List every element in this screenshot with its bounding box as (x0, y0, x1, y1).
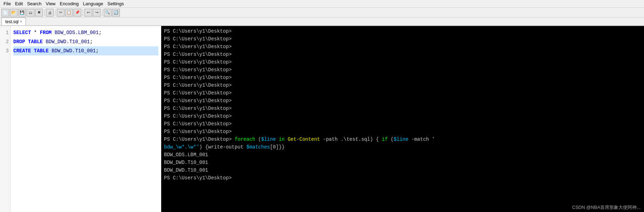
menu-view[interactable]: View (44, 1, 58, 6)
toolbar-replace-btn[interactable]: 🔄 (112, 9, 120, 16)
ps-line-1: PS C:\Users\y1\Desktop> (164, 27, 641, 35)
ps-line-3: PS C:\Users\y1\Desktop> (164, 43, 641, 51)
menu-bar: File Edit Search View Encoding Language … (0, 0, 644, 8)
ps-line-4: PS C:\Users\y1\Desktop> (164, 51, 641, 58)
tab-bar: test.sql × (0, 18, 644, 26)
ps-line-7: PS C:\Users\y1\Desktop> (164, 74, 641, 81)
toolbar-close-btn[interactable]: ✖ (35, 9, 43, 16)
ps-line-14: PS C:\Users\y1\Desktop> (164, 128, 641, 135)
code-line-1: SELECT * FROM BDW_ODS.LBM_001; (13, 28, 158, 37)
toolbar-find-btn[interactable]: 🔍 (104, 9, 111, 16)
toolbar-redo-btn[interactable]: ↪ (93, 9, 101, 16)
ps-line-5: PS C:\Users\y1\Desktop> (164, 58, 641, 66)
toolbar-paste-btn[interactable]: 📌 (74, 9, 81, 16)
main-content: 1 2 3 SELECT * FROM BDW_ODS.LBM_001; DRO… (0, 26, 644, 212)
ps-command-line: PS C:\Users\y1\Desktop> foreach ($line i… (164, 135, 641, 143)
ps-line-9: PS C:\Users\y1\Desktop> (164, 89, 641, 97)
ps-line-12: PS C:\Users\y1\Desktop> (164, 112, 641, 120)
toolbar: 📄 📂 💾 🗂 ✖ 🖨 ✂ 📋 📌 ↩ ↪ 🔍 🔄 (0, 8, 644, 18)
toolbar-sep3 (83, 9, 83, 16)
ps-line-13: PS C:\Users\y1\Desktop> (164, 120, 641, 128)
ps-line-2: PS C:\Users\y1\Desktop> (164, 35, 641, 43)
menu-language[interactable]: Language (81, 1, 105, 6)
tab-label: test.sql (5, 19, 19, 24)
toolbar-copy-btn[interactable]: 📋 (65, 9, 73, 16)
ps-line-11: PS C:\Users\y1\Desktop> (164, 105, 641, 112)
toolbar-sep1 (44, 9, 44, 16)
code-line-3: CREATE TABLE BDW_DWD.T10_001; (13, 46, 158, 55)
code-area[interactable]: SELECT * FROM BDW_ODS.LBM_001; DROP TABL… (11, 26, 161, 212)
toolbar-save-btn[interactable]: 💾 (18, 9, 26, 16)
toolbar-open-btn[interactable]: 📂 (10, 9, 18, 16)
terminal[interactable]: PS C:\Users\y1\Desktop> PS C:\Users\y1\D… (161, 26, 644, 212)
menu-search[interactable]: Search (25, 1, 43, 6)
toolbar-new-btn[interactable]: 📄 (1, 9, 9, 16)
ps-line-6: PS C:\Users\y1\Desktop> (164, 66, 641, 74)
code-line-2: DROP TABLE BDW_DWD.T10_001; (13, 37, 158, 46)
ps-line-10: PS C:\Users\y1\Desktop> (164, 97, 641, 105)
ps-line-8: PS C:\Users\y1\Desktop> (164, 81, 641, 89)
menu-file[interactable]: File (1, 1, 13, 6)
ps-result-2: BDW_DWD.T10_001 (164, 159, 641, 166)
sql-editor: 1 2 3 SELECT * FROM BDW_ODS.LBM_001; DRO… (0, 26, 161, 212)
menu-settings[interactable]: Settings (105, 1, 126, 6)
toolbar-print-btn[interactable]: 🖨 (46, 9, 54, 16)
menu-edit[interactable]: Edit (13, 1, 25, 6)
toolbar-undo-btn[interactable]: ↩ (84, 9, 92, 16)
line-numbers: 1 2 3 (0, 26, 11, 212)
ps-result-3: BDW_DWD.T10_001 (164, 166, 641, 174)
toolbar-cut-btn[interactable]: ✂ (57, 9, 64, 16)
toolbar-save-all-btn[interactable]: 🗂 (27, 9, 34, 16)
toolbar-sep2 (55, 9, 55, 16)
ps-command-line-2: bdw_\w*.\w*') {write-output $matches[0]}… (164, 143, 641, 151)
toolbar-sep4 (102, 9, 102, 16)
ps-final-prompt: PS C:\Users\y1\Desktop> (164, 174, 641, 182)
tab-test-sql[interactable]: test.sql × (1, 18, 26, 25)
tab-close-icon[interactable]: × (20, 20, 22, 24)
menu-encoding[interactable]: Encoding (58, 1, 81, 6)
ps-result-1: BDW_ODS.LBM_001 (164, 151, 641, 159)
